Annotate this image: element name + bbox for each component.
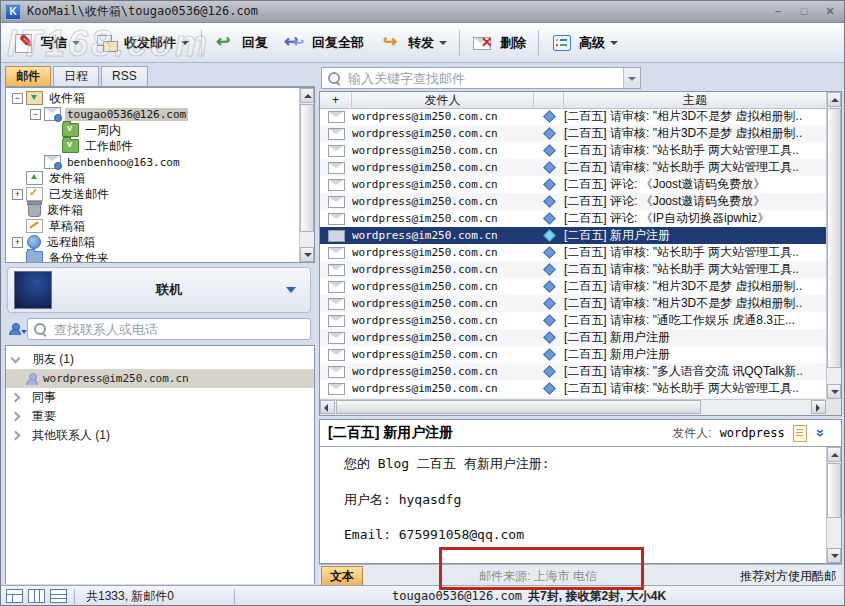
minimize-icon[interactable]: –	[768, 4, 788, 19]
folder-tree-scrollbar[interactable]	[299, 88, 314, 262]
folder-tree-item[interactable]: benbenhoo@163.com	[6, 154, 298, 170]
collapse-icon[interactable]: −	[30, 109, 41, 120]
close-icon[interactable]: ✕	[820, 4, 840, 19]
chevron-down-icon[interactable]	[11, 353, 21, 363]
expand-icon[interactable]: +	[12, 237, 23, 248]
mail-list-hscrollbar[interactable]	[320, 399, 826, 415]
folder-tree-item[interactable]: 发件箱	[6, 170, 298, 186]
contact-person-icon[interactable]	[9, 323, 21, 335]
contact-group-row[interactable]: 朋友 (1)	[6, 350, 314, 369]
toolbar-advanced-button[interactable]: 高级	[543, 26, 626, 60]
toolbar-replyall-button[interactable]: ↩↩回复全部	[276, 26, 372, 60]
mail-search-input[interactable]	[346, 70, 623, 87]
chevron-down-icon[interactable]	[181, 41, 189, 45]
chevron-right-icon[interactable]	[11, 431, 21, 441]
folder-tree-item[interactable]: −tougao0536@126.com	[6, 106, 298, 122]
message-source-icon[interactable]	[793, 425, 807, 442]
mail-row[interactable]: wordpress@im250.com.cn[二百五] 请审核: "多人语音交流…	[320, 363, 826, 380]
preview-scrollbar[interactable]	[826, 447, 841, 563]
mail-row[interactable]: wordpress@im250.com.cn[二百五] 评论: 《Joost邀请…	[320, 193, 826, 210]
collapse-icon[interactable]: −	[12, 93, 23, 104]
folder-tree-item[interactable]: +已发送邮件	[6, 186, 298, 202]
envelope-icon	[328, 145, 345, 157]
tab-rss[interactable]: RSS	[101, 66, 148, 86]
column-header-status[interactable]: +	[320, 92, 352, 108]
mail-row[interactable]: wordpress@im250.com.cn[二百五] 请审核: "相片3D不是…	[320, 278, 826, 295]
chevron-down-icon[interactable]	[72, 41, 80, 45]
chevron-right-icon[interactable]	[11, 412, 21, 422]
mail-row[interactable]: wordpress@im250.com.cn[二百五] 请审核: "站长助手 两…	[320, 142, 826, 159]
scroll-up-icon[interactable]	[300, 88, 314, 103]
mail-row[interactable]: wordpress@im250.com.cn[二百五] 评论: 《Joost邀请…	[320, 176, 826, 193]
scrollbar-thumb[interactable]	[336, 400, 701, 414]
layout-view-3-icon[interactable]	[50, 589, 67, 603]
contact-row[interactable]: wordpress@im250.com.cn	[6, 369, 314, 388]
mail-row[interactable]: wordpress@im250.com.cn[二百五] 请审核: "通吃工作娱乐…	[320, 312, 826, 329]
folder-tree-item[interactable]: 一周内	[6, 122, 298, 138]
statusbar-counts: 共1333, 新邮件0	[86, 588, 174, 605]
mail-row[interactable]: wordpress@im250.com.cn[二百五] 新用户注册	[320, 329, 826, 346]
toolbar-reply-button[interactable]: ↩回复	[206, 26, 276, 60]
contact-group-row[interactable]: 重要	[6, 407, 314, 426]
contact-search-box[interactable]	[27, 318, 311, 340]
mail-row[interactable]: wordpress@im250.com.cn[二百五] 请审核: "相片3D不是…	[320, 108, 826, 125]
tab-calendar[interactable]: 日程	[53, 66, 99, 86]
scrollbar-thumb[interactable]	[300, 104, 314, 232]
scrollbar-thumb[interactable]	[827, 463, 841, 518]
promo-link[interactable]: 推荐对方使用酷邮	[740, 568, 836, 585]
scroll-up-icon[interactable]	[827, 447, 841, 462]
mail-list-scrollbar[interactable]	[826, 92, 841, 399]
chevron-down-icon[interactable]	[439, 41, 447, 45]
maximize-icon[interactable]: □	[794, 4, 814, 19]
flag-diamond-icon	[543, 314, 556, 327]
scroll-up-icon[interactable]	[827, 92, 841, 107]
contact-group-row[interactable]: 其他联系人 (1)	[6, 426, 314, 445]
mail-row[interactable]: wordpress@im250.com.cn[二百五] 请审核: "站长助手 两…	[320, 380, 826, 397]
envelope-icon	[328, 196, 345, 208]
layout-view-2-icon[interactable]	[28, 589, 45, 603]
column-header-flag[interactable]	[534, 92, 564, 108]
mail-row[interactable]: wordpress@im250.com.cn[二百五] 请审核: "相片3D不是…	[320, 125, 826, 142]
toolbar-delete-button[interactable]: ✕删除	[464, 26, 534, 60]
scrollbar-thumb[interactable]	[827, 108, 841, 368]
column-header-sender[interactable]: 发件人	[352, 92, 534, 108]
mail-row[interactable]: wordpress@im250.com.cn[二百五] 请审核: "站长助手 两…	[320, 159, 826, 176]
mail-row[interactable]: wordpress@im250.com.cn[二百五] 请审核: "相片3D不是…	[320, 295, 826, 312]
chevron-down-icon[interactable]	[286, 287, 296, 293]
scroll-right-icon[interactable]	[811, 400, 826, 414]
expand-header-icon[interactable]: »	[815, 429, 827, 437]
mail-status-cell	[320, 383, 352, 395]
mail-list-panel: + 发件人 主题 wordpress@im250.com.cn[二百五] 请审核…	[319, 91, 842, 416]
contact-group-row[interactable]: 同事	[6, 388, 314, 407]
mail-row[interactable]: wordpress@im250.com.cn[二百五] 新用户注册	[320, 346, 826, 363]
search-dropdown-icon[interactable]	[623, 68, 640, 88]
mail-row[interactable]: wordpress@im250.com.cn[二百五] 请审核: "站长助手 两…	[320, 261, 826, 278]
contact-search-input[interactable]	[52, 321, 310, 338]
chevron-down-icon[interactable]	[610, 41, 618, 45]
scroll-down-icon[interactable]	[827, 384, 841, 399]
toolbar-forward-button[interactable]: ↪转发	[372, 26, 455, 60]
toolbar-sendrecv-button[interactable]: 收发邮件	[88, 26, 197, 60]
envelope-icon	[328, 332, 345, 344]
presence-panel[interactable]: 联机	[7, 267, 311, 313]
scroll-left-icon[interactable]	[320, 400, 335, 414]
layout-view-1-icon[interactable]	[6, 589, 23, 603]
folder-tree-item[interactable]: 备份文件夹	[6, 250, 298, 262]
folder-tree-item[interactable]: 工作邮件	[6, 138, 298, 154]
column-header-subject[interactable]: 主题	[564, 92, 826, 108]
chevron-right-icon[interactable]	[11, 393, 21, 403]
scroll-down-icon[interactable]	[827, 548, 841, 563]
mail-row[interactable]: wordpress@im250.com.cn[二百五] 新用户注册	[320, 227, 826, 244]
folder-tree-item[interactable]: 草稿箱	[6, 218, 298, 234]
folder-tree-item[interactable]: +远程邮箱	[6, 234, 298, 250]
mail-row[interactable]: wordpress@im250.com.cn[二百五] 请审核: "站长助手 两…	[320, 244, 826, 261]
toolbar-write-button[interactable]: ✎写信	[5, 26, 88, 60]
mail-row[interactable]: wordpress@im250.com.cn[二百五] 评论: 《IP自动切换器…	[320, 210, 826, 227]
folder-tree-item[interactable]: 废件箱	[6, 202, 298, 218]
scroll-down-icon[interactable]	[300, 247, 314, 262]
mail-search-box[interactable]	[321, 67, 641, 89]
folder-tree-item[interactable]: −收件箱	[6, 90, 298, 106]
tab-text-format[interactable]: 文本	[321, 566, 363, 585]
expand-icon[interactable]: +	[12, 189, 23, 200]
tab-mail[interactable]: 邮件	[5, 66, 51, 86]
